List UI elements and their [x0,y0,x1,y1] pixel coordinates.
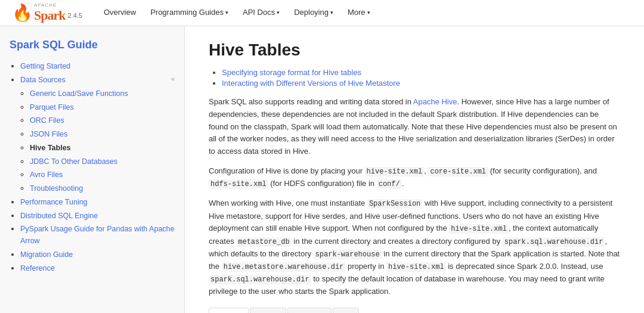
nav-deploying[interactable]: Deploying ▾ [287,0,340,26]
paragraph-2: Configuration of Hive is done by placing… [209,165,620,190]
main-nav: Overview Programming Guides ▾ API Docs ▾… [97,0,377,26]
sidebar-item-generic-load: Generic Load/Save Functions [30,88,184,100]
sidebar-title: Spark SQL Guide [10,38,184,52]
nav-overview[interactable]: Overview [97,0,143,26]
main-content: Hive Tables Specifying storage format fo… [185,26,644,313]
sidebar-item-avro: Avro Files [30,169,184,181]
sidebar-item-data-sources: Data Sources « Generic Load/Save Functio… [20,74,184,194]
tab-python[interactable]: Python [287,308,332,313]
chevron-down-icon: ▾ [367,10,370,16]
toc-item-1: Specifying storage format for Hive table… [222,68,620,77]
sidebar-nav: Getting Started Data Sources « Generic L… [10,60,184,274]
sidebar: Spark SQL Guide Getting Started Data Sou… [0,26,185,313]
sidebar-item-orc: ORC Files [30,114,184,126]
nav-programming-guides[interactable]: Programming Guides ▾ [143,0,236,26]
spark-label: Spark [34,8,65,23]
apache-hive-link[interactable]: Apache Hive [413,97,457,106]
sidebar-item-jdbc: JDBC To Other Databases [30,156,184,168]
header: 🔥 APACHE Spark 2.4.5 Overview Programmin… [0,0,644,26]
sidebar-item-parquet: Parquet Files [30,101,184,113]
code-tabs: Scala Java Python R [209,308,620,313]
toc-list: Specifying storage format for Hive table… [209,68,620,88]
chevron-down-icon: ▾ [330,10,333,16]
sidebar-item-migration: Migration Guide [20,249,184,261]
sidebar-item-reference: Reference [20,262,184,274]
sidebar-subnav-data-sources: Generic Load/Save Functions Parquet File… [20,88,184,194]
collapse-icon[interactable]: « [171,74,175,84]
tab-java[interactable]: Java [250,308,286,313]
paragraph-1: Spark SQL also supports reading and writ… [209,96,620,158]
sidebar-item-performance: Performance Tuning [20,196,184,208]
nav-more[interactable]: More ▾ [340,0,377,26]
sidebar-item-json: JSON Files [30,128,184,140]
sidebar-item-getting-started: Getting Started [20,60,184,72]
version-label: 2.4.5 [67,12,82,19]
nav-api-docs[interactable]: API Docs ▾ [236,0,287,26]
logo: 🔥 APACHE Spark 2.4.5 [12,2,82,23]
paragraph-3: When working with Hive, one must instant… [209,197,620,298]
page-wrapper: Spark SQL Guide Getting Started Data Sou… [0,26,644,313]
tab-r[interactable]: R [333,308,358,313]
tab-scala[interactable]: Scala [209,308,249,313]
chevron-down-icon: ▾ [225,10,228,16]
toc-item-2: Interacting with Different Versions of H… [222,79,620,88]
apache-label: APACHE [34,2,65,8]
sidebar-item-troubleshooting: Troubleshooting [30,182,184,194]
chevron-down-icon: ▾ [277,10,280,16]
spark-flame-icon: 🔥 [12,3,33,23]
page-title: Hive Tables [209,41,620,60]
sidebar-item-hive: Hive Tables [30,142,184,154]
sidebar-item-distributed-sql: Distributed SQL Engine [20,210,184,222]
logo-text: APACHE Spark [34,2,65,23]
sidebar-item-pyspark: PySpark Usage Guide for Pandas with Apac… [20,223,184,247]
